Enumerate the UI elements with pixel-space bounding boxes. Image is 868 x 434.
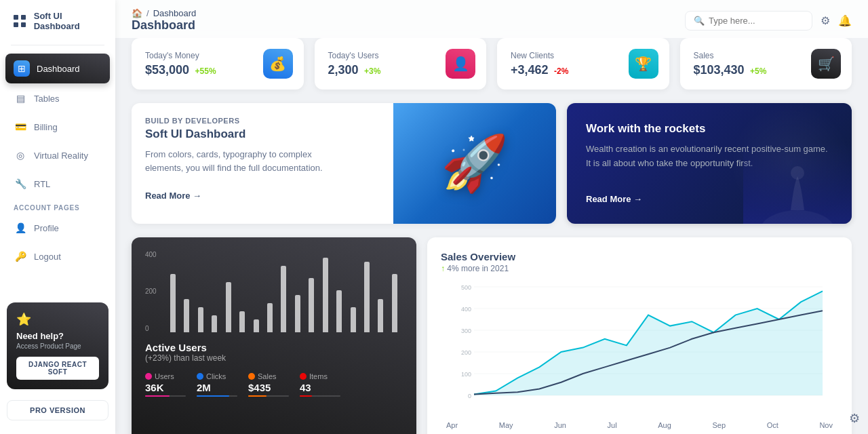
stat-card-info: Today's Money $53,000 +55%: [145, 51, 216, 77]
read-more-link[interactable]: Read More →: [145, 191, 201, 201]
stat-value: +3,462: [511, 63, 549, 77]
sidebar-item-dashboard[interactable]: ⊞ Dashboard: [5, 54, 110, 83]
bar: [309, 278, 314, 332]
pro-version-button[interactable]: PRO VERSION: [7, 400, 108, 420]
page-title: Dashboard: [132, 18, 196, 33]
content-area: Today's Money $53,000 +55% 💰 Today's Use…: [115, 38, 868, 434]
metric-header: Sales: [248, 372, 289, 380]
stat-card: Today's Money $53,000 +55% 💰: [132, 38, 304, 90]
bar: [212, 315, 217, 332]
metric-item: Items 43: [300, 372, 340, 397]
brand: Soft UI Dashboard: [0, 11, 115, 45]
bar: [281, 266, 286, 332]
search-icon: 🔍: [694, 16, 705, 26]
stat-card-icon: 🏆: [629, 49, 658, 79]
bar-column: [361, 262, 372, 332]
sidebar-item-billing[interactable]: 💳 Billing: [5, 113, 110, 140]
metric-dot: [300, 373, 307, 380]
help-card: ⭐ Need help? Access Product Page DJANGO …: [7, 302, 108, 389]
account-section-label: ACCOUNT PAGES: [5, 199, 110, 214]
sidebar-item-label: Tables: [34, 94, 60, 104]
search-box[interactable]: 🔍: [685, 11, 812, 31]
settings-icon[interactable]: ⚙: [821, 14, 830, 27]
dark-card-read-more[interactable]: Read More →: [586, 194, 642, 204]
metric-bar-bg: [248, 395, 289, 397]
profile-icon: 👤: [14, 221, 27, 235]
active-users-subtitle: (+23%) than last week: [145, 353, 403, 363]
stat-card-info: Sales $103,430 +5%: [694, 51, 767, 77]
metric-value: 36K: [145, 382, 186, 393]
build-card: Build by developers Soft UI Dashboard Fr…: [132, 103, 556, 224]
sales-overview-sub: ↑ 4% more in 2021: [441, 264, 838, 273]
bar-column: [167, 274, 178, 332]
sidebar-item-label: Virtual Reality: [34, 151, 88, 161]
stat-value: $53,000: [145, 63, 189, 77]
metric-label: Users: [155, 372, 174, 380]
bar: [170, 274, 176, 332]
bar-column: [195, 307, 206, 332]
stat-value: $103,430: [694, 63, 745, 77]
sidebar-item-profile[interactable]: 👤 Profile: [5, 214, 110, 241]
stat-card-value: $103,430 +5%: [694, 63, 767, 77]
stat-card-icon: 💰: [263, 49, 293, 79]
metrics-row: Users 36K Clicks 2M Sales $435 Items 43: [145, 372, 403, 397]
stat-change: +55%: [195, 66, 216, 76]
metric-bar-fill: [248, 395, 267, 397]
stat-card-label: Sales: [694, 51, 767, 60]
bar: [364, 262, 370, 332]
trend-arrow: ↑: [441, 264, 447, 273]
y-label-400: 400: [145, 251, 157, 258]
sidebar-item-label: Billing: [34, 122, 58, 132]
bar-column: [292, 295, 303, 332]
svg-text:500: 500: [461, 284, 471, 291]
bar-column: [389, 274, 400, 332]
metric-value: $435: [248, 382, 289, 393]
search-input[interactable]: [709, 16, 804, 26]
svg-rect-3: [21, 22, 26, 27]
metric-item: Clicks 2M: [197, 372, 237, 397]
bar-column: [320, 258, 331, 332]
metric-dot: [145, 373, 152, 380]
metric-bar-bg: [145, 395, 186, 397]
stat-value: 2,300: [328, 63, 359, 77]
stat-change: +5%: [750, 66, 766, 76]
metric-bar-bg: [300, 395, 340, 397]
logout-icon: 🔑: [14, 250, 27, 263]
x-axis-label: May: [499, 421, 513, 429]
stat-card-label: New Clients: [511, 51, 568, 60]
sidebar-item-tables[interactable]: ▤ Tables: [5, 85, 110, 112]
help-card-sub: Access Product Page: [16, 342, 99, 350]
home-icon[interactable]: 🏠: [132, 8, 142, 18]
svg-text:400: 400: [461, 306, 471, 313]
brand-name: Soft UI Dashboard: [34, 11, 104, 31]
vr-icon: ◎: [14, 149, 27, 162]
bar: [378, 299, 383, 332]
help-card-button[interactable]: DJANGO REACT SOFT: [16, 357, 99, 380]
stat-card: Today's Users 2,300 +3% 👤: [315, 38, 487, 90]
rocket-illustration: 🚀: [393, 103, 556, 224]
rocket-icon: 🚀: [441, 132, 509, 195]
stat-card: New Clients +3,462 -2% 🏆: [497, 38, 669, 90]
breadcrumb-separator: /: [146, 8, 149, 18]
metric-label: Items: [309, 372, 328, 380]
sidebar-item-rtl[interactable]: 🔧 RTL: [5, 170, 110, 197]
trend-value: 4% more in 2021: [447, 264, 509, 273]
svg-text:200: 200: [461, 349, 471, 356]
svg-text:100: 100: [461, 371, 471, 378]
metric-dot: [248, 373, 255, 380]
sidebar-divider: [11, 45, 104, 45]
bar-column: [306, 278, 317, 332]
breadcrumb-current: Dashboard: [153, 8, 197, 18]
sidebar-item-logout[interactable]: 🔑 Logout: [5, 243, 110, 270]
stat-cards-row: Today's Money $53,000 +55% 💰 Today's Use…: [132, 38, 852, 90]
bottom-gear-icon[interactable]: ⚙: [849, 411, 860, 426]
sidebar-item-virtual-reality[interactable]: ◎ Virtual Reality: [5, 142, 110, 169]
stat-card: Sales $103,430 +5% 🛒: [680, 38, 852, 90]
sidebar-item-label: Dashboard: [37, 64, 80, 74]
bell-icon[interactable]: 🔔: [838, 14, 852, 27]
svg-rect-1: [21, 15, 26, 20]
bar-column: [181, 299, 192, 332]
sidebar-item-label: Logout: [34, 252, 61, 262]
mid-row: Build by developers Soft UI Dashboard Fr…: [132, 103, 852, 224]
bar: [351, 307, 356, 332]
